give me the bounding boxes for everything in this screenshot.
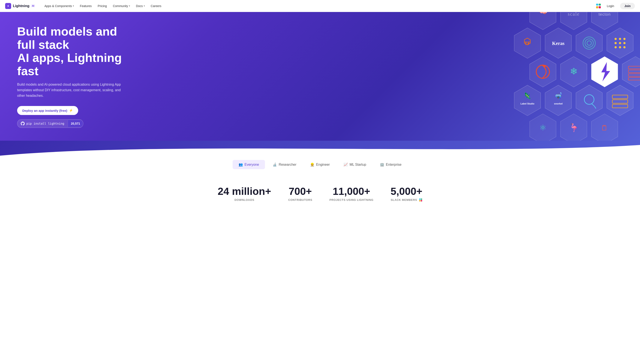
hex-grid-svg: 🧠 scale tecton ⬡ TF Ke [494,12,640,141]
main-nav: Lightning AI Apps & Components ▾ Feature… [0,0,640,12]
svg-text:tecton: tecton [598,12,611,16]
svg-text:🤿: 🤿 [554,92,562,100]
github-icon [21,122,25,126]
everyone-icon: 👥 [238,162,243,166]
svg-marker-33 [622,56,640,87]
svg-point-22 [623,42,626,44]
svg-text:Keras: Keras [552,41,564,46]
join-button[interactable]: Join [620,3,635,9]
tab-researcher[interactable]: 🔬 Researcher [267,160,302,169]
svg-point-23 [614,46,617,48]
svg-marker-0 [7,5,9,7]
svg-point-17 [614,38,617,40]
tabs-section: 👥 Everyone 🔬 Researcher 👷 Engineer 📈 ML … [0,156,640,214]
svg-marker-46 [576,85,602,116]
chevron-down-icon: ▾ [73,5,74,7]
svg-text:⚛: ⚛ [539,123,546,132]
stat-slack-label: SLACK MEMBERS [391,198,422,202]
login-button[interactable]: Login [603,3,618,9]
svg-text:❄: ❄ [570,66,578,76]
stats-row: 24 million+ DOWNLOADS 700+ CONTRIBUTORS … [0,182,640,206]
nav-docs[interactable]: Docs ▾ [134,3,147,9]
nav-right: Login Join [596,3,635,9]
svg-point-20 [614,42,617,44]
nav-features[interactable]: Features [77,3,94,9]
researcher-icon: 🔬 [273,162,277,166]
svg-point-19 [623,38,626,40]
stat-downloads-label: DOWNLOADS [218,198,271,202]
slack-small-icon [419,198,422,202]
stat-contributors: 700+ CONTRIBUTORS [288,186,312,202]
hero-subtitle: Build models and AI-powered cloud applic… [17,82,128,98]
tab-enterprise[interactable]: 🏢 Enterprise [374,160,408,169]
nav-careers[interactable]: Careers [148,3,164,9]
pip-command: pip install lightning [17,120,68,128]
svg-text:🗒: 🗒 [601,124,608,132]
tab-ml-startup[interactable]: 📈 ML Startup [338,160,372,169]
svg-text:🦎: 🦎 [524,92,531,100]
deploy-button[interactable]: Deploy an app instantly (free) ⚡ [17,106,78,115]
hero-title: Build models and full stack AI apps, Lig… [17,25,133,78]
svg-marker-26 [530,56,556,87]
stat-projects-number: 11,000+ [330,186,374,196]
svg-point-21 [619,42,621,44]
stat-contributors-label: CONTRIBUTORS [288,198,312,202]
svg-text:🦩: 🦩 [569,123,579,132]
stat-slack-number: 5,000+ [391,186,422,196]
hero-content: Build models and full stack AI apps, Lig… [0,12,150,141]
stat-projects-label: PROJECTS USING LIGHTNING [330,198,374,202]
logo[interactable]: Lightning AI [5,3,35,9]
lightning-bolt-icon: ⚡ [69,108,73,112]
audience-tabs: 👥 Everyone 🔬 Researcher 👷 Engineer 📈 ML … [0,160,640,169]
ml-startup-icon: 📈 [344,162,348,166]
wave-divider [0,141,640,156]
stat-downloads-number: 24 million+ [218,186,271,196]
chevron-down-icon: ▾ [144,5,145,7]
logo-icon [5,3,11,9]
tab-engineer[interactable]: 👷 Engineer [304,160,336,169]
engineer-icon: 👷 [310,162,314,166]
svg-text:scale: scale [568,12,580,17]
stat-downloads: 24 million+ DOWNLOADS [218,186,271,202]
svg-marker-40 [514,85,541,116]
svg-point-18 [619,38,621,40]
svg-text:🧠: 🧠 [538,12,548,16]
nav-pricing[interactable]: Pricing [95,3,110,9]
tab-everyone[interactable]: 👥 Everyone [232,160,265,169]
svg-text:Label Studio: Label Studio [520,102,534,105]
nav-community[interactable]: Community ▾ [110,3,132,9]
svg-marker-48 [607,85,633,116]
logo-ai-badge: AI [31,4,35,7]
svg-marker-43 [545,85,572,116]
wave-svg [0,141,640,156]
stat-contributors-number: 700+ [288,186,312,196]
svg-point-25 [623,46,626,48]
hex-grid: 🧠 scale tecton ⬡ TF Ke [494,12,640,141]
hero-section: Build models and full stack AI apps, Lig… [0,12,640,141]
slack-icon [596,4,601,8]
nav-links: Apps & Components ▾ Features Pricing Com… [42,3,596,9]
stat-slack: 5,000+ SLACK MEMBERS [391,186,422,202]
nav-apps-components[interactable]: Apps & Components ▾ [42,3,76,9]
svg-text:snorkel: snorkel [554,102,562,105]
logo-wordmark: Lightning [13,4,29,8]
github-star-count: 20,571 [68,120,83,127]
chevron-down-icon: ▾ [129,5,130,7]
pip-install-row[interactable]: pip install lightning 20,571 [17,119,83,128]
enterprise-icon: 🏢 [380,162,384,166]
svg-point-28 [544,65,546,67]
svg-marker-12 [576,28,602,58]
svg-point-24 [619,46,621,48]
svg-text:TF: TF [524,41,530,46]
stat-projects: 11,000+ PROJECTS USING LIGHTNING [330,186,374,202]
